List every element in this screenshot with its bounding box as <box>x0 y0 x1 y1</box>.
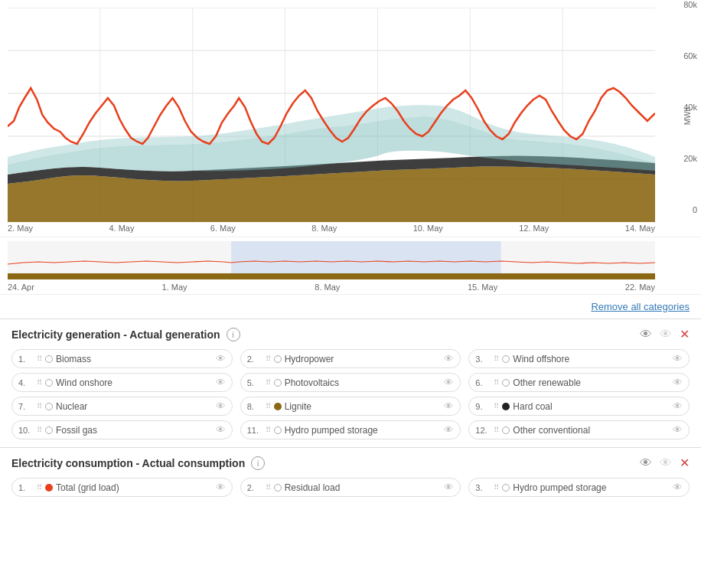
generation-title: Electricity generation - Actual generati… <box>11 328 220 341</box>
legend-dot <box>45 426 53 434</box>
y-label-0: 0 <box>683 205 697 214</box>
legend-eye-icon[interactable]: 👁 <box>216 353 226 364</box>
legend-dot <box>502 426 510 434</box>
legend-eye-icon[interactable]: 👁 <box>216 424 226 436</box>
legend-number: 4. <box>18 378 34 387</box>
mini-chart[interactable]: 24. Apr 1. May 8. May 15. May 22. May <box>0 237 701 295</box>
x-label-12may: 12. May <box>519 224 549 233</box>
drag-handle-icon[interactable]: ⠿ <box>494 378 499 387</box>
x-axis-mini: 24. Apr 1. May 8. May 15. May 22. May <box>8 283 655 292</box>
legend-label: Total (grid load) <box>56 482 213 493</box>
generation-eye-button[interactable]: 👁 <box>640 328 652 341</box>
legend-number: 2. <box>247 354 262 364</box>
legend-label: Photovoltaics <box>285 377 442 388</box>
legend-item: 4. ⠿ Wind onshore 👁 <box>11 373 233 392</box>
legend-number: 10. <box>18 426 34 435</box>
legend-number: 11. <box>247 426 262 435</box>
legend-item: 3. ⠿ Wind offshore 👁 <box>468 349 690 368</box>
legend-number: 7. <box>18 402 34 411</box>
drag-handle-icon[interactable]: ⠿ <box>494 426 499 434</box>
main-chart-svg <box>8 8 655 222</box>
mini-x-24apr: 24. Apr <box>8 283 34 292</box>
generation-info-icon[interactable]: i <box>227 328 240 341</box>
legend-number: 3. <box>475 483 491 492</box>
legend-eye-icon[interactable]: 👁 <box>673 377 683 388</box>
legend-number: 2. <box>247 483 262 492</box>
legend-dot <box>502 484 510 492</box>
legend-item: 5. ⠿ Photovoltaics 👁 <box>240 373 461 392</box>
generation-title-group: Electricity generation - Actual generati… <box>11 328 240 341</box>
mini-x-15may: 15. May <box>468 283 497 292</box>
legend-item: 12. ⠿ Other conventional 👁 <box>468 420 690 439</box>
legend-label: Other conventional <box>513 425 670 436</box>
drag-handle-icon[interactable]: ⠿ <box>37 483 42 492</box>
drag-handle-icon[interactable]: ⠿ <box>37 402 42 410</box>
legend-eye-icon[interactable]: 👁 <box>673 400 683 412</box>
drag-handle-icon[interactable]: ⠿ <box>266 483 271 492</box>
consumption-eye-button[interactable]: 👁 <box>640 456 652 470</box>
legend-number: 8. <box>247 402 262 411</box>
y-label-80k: 80k <box>683 0 697 9</box>
legend-eye-icon[interactable]: 👁 <box>673 482 683 493</box>
legend-eye-icon[interactable]: 👁 <box>444 424 454 436</box>
legend-item: 1. ⠿ Biomass 👁 <box>11 349 233 368</box>
mini-x-1may: 1. May <box>162 283 187 292</box>
drag-handle-icon[interactable]: ⠿ <box>37 426 42 434</box>
legend-label: Nuclear <box>56 401 213 412</box>
legend-item: 3. ⠿ Hydro pumped storage 👁 <box>468 478 690 497</box>
consumption-info-icon[interactable]: i <box>251 456 265 470</box>
legend-item: 1. ⠿ Total (grid load) 👁 <box>11 478 233 497</box>
drag-handle-icon[interactable]: ⠿ <box>494 402 499 410</box>
consumption-eyeslash-button[interactable]: 👁 <box>660 456 672 470</box>
drag-handle-icon[interactable]: ⠿ <box>494 483 499 492</box>
legend-eye-icon[interactable]: 👁 <box>673 424 683 436</box>
consumption-section: Electricity consumption - Actual consump… <box>0 447 701 505</box>
legend-item: 8. ⠿ Lignite 👁 <box>240 397 461 416</box>
x-label-6may: 6. May <box>210 224 236 233</box>
legend-eye-icon[interactable]: 👁 <box>216 482 226 493</box>
remove-all-button[interactable]: Remove all categories <box>591 301 690 312</box>
legend-eye-icon[interactable]: 👁 <box>216 400 226 412</box>
generation-eyeslash-button[interactable]: 👁 <box>660 328 672 341</box>
y-label-20k: 20k <box>683 154 697 163</box>
legend-item: 10. ⠿ Fossil gas 👁 <box>11 420 233 439</box>
legend-label: Fossil gas <box>56 425 213 436</box>
consumption-title: Electricity consumption - Actual consump… <box>11 457 245 469</box>
legend-label: Wind onshore <box>56 377 213 388</box>
main-chart: 80k 60k 40k 20k 0 MWh 2. May 4. May 6. M… <box>0 0 701 237</box>
legend-dot <box>45 484 53 492</box>
generation-close-button[interactable]: ✕ <box>680 327 690 341</box>
generation-section-icons: 👁 👁 ✕ <box>640 327 690 341</box>
legend-item: 7. ⠿ Nuclear 👁 <box>11 397 233 416</box>
legend-label: Lignite <box>285 401 442 412</box>
drag-handle-icon[interactable]: ⠿ <box>37 378 42 387</box>
drag-handle-icon[interactable]: ⠿ <box>266 354 271 363</box>
generation-section: Electricity generation - Actual generati… <box>0 318 701 447</box>
x-axis-main: 2. May 4. May 6. May 8. May 10. May 12. … <box>8 224 655 233</box>
mini-x-22may: 22. May <box>625 283 655 292</box>
legend-eye-icon[interactable]: 👁 <box>444 353 454 364</box>
legend-eye-icon[interactable]: 👁 <box>444 400 454 412</box>
mini-chart-svg <box>8 241 655 279</box>
x-label-8may: 8. May <box>311 224 337 233</box>
legend-number: 5. <box>247 378 262 387</box>
generation-legend: 1. ⠿ Biomass 👁 2. ⠿ Hydropower 👁 3. ⠿ Wi… <box>11 349 690 439</box>
legend-number: 12. <box>475 426 491 435</box>
legend-label: Hydropower <box>285 354 442 364</box>
legend-dot <box>274 355 282 363</box>
legend-item: 6. ⠿ Other renewable 👁 <box>468 373 690 392</box>
legend-dot <box>502 403 510 410</box>
drag-handle-icon[interactable]: ⠿ <box>494 354 499 363</box>
legend-eye-icon[interactable]: 👁 <box>444 377 454 388</box>
legend-eye-icon[interactable]: 👁 <box>673 353 683 364</box>
legend-number: 1. <box>18 483 34 492</box>
legend-label: Biomass <box>56 354 213 364</box>
drag-handle-icon[interactable]: ⠿ <box>37 354 42 363</box>
drag-handle-icon[interactable]: ⠿ <box>266 378 271 387</box>
drag-handle-icon[interactable]: ⠿ <box>266 426 271 434</box>
drag-handle-icon[interactable]: ⠿ <box>266 402 271 410</box>
x-label-14may: 14. May <box>625 224 655 233</box>
legend-eye-icon[interactable]: 👁 <box>444 482 454 493</box>
consumption-close-button[interactable]: ✕ <box>680 456 690 470</box>
legend-eye-icon[interactable]: 👁 <box>216 377 226 388</box>
